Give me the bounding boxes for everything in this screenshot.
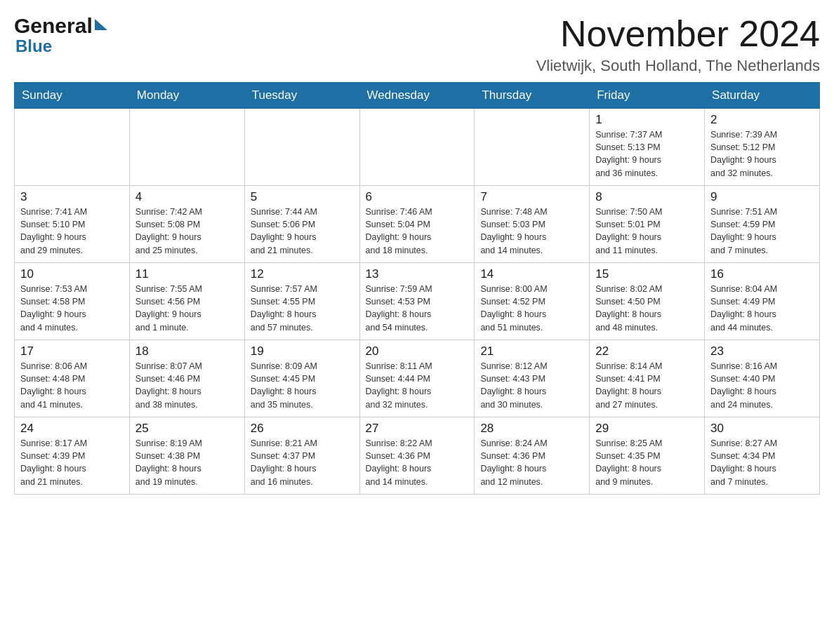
day-number: 22 — [595, 344, 699, 358]
day-info: Sunrise: 7:44 AMSunset: 5:06 PMDaylight:… — [251, 206, 354, 257]
day-number: 1 — [595, 113, 699, 127]
day-number: 26 — [251, 422, 354, 436]
day-info: Sunrise: 7:46 AMSunset: 5:04 PMDaylight:… — [366, 206, 469, 257]
day-info: Sunrise: 8:17 AMSunset: 4:39 PMDaylight:… — [20, 437, 124, 488]
day-number: 11 — [135, 267, 239, 281]
month-title: November 2024 — [536, 14, 820, 54]
day-number: 29 — [595, 422, 699, 436]
day-number: 16 — [710, 267, 814, 281]
day-number: 25 — [135, 422, 239, 436]
day-info: Sunrise: 7:55 AMSunset: 4:56 PMDaylight:… — [135, 283, 239, 334]
calendar-day: 17Sunrise: 8:06 AMSunset: 4:48 PMDayligh… — [15, 340, 130, 417]
day-info: Sunrise: 7:51 AMSunset: 4:59 PMDaylight:… — [710, 206, 814, 257]
calendar-day: 16Sunrise: 8:04 AMSunset: 4:49 PMDayligh… — [705, 263, 820, 340]
calendar-day: 8Sunrise: 7:50 AMSunset: 5:01 PMDaylight… — [590, 186, 705, 263]
day-number: 30 — [710, 422, 814, 436]
weekday-header-wednesday: Wednesday — [359, 83, 475, 109]
calendar-day: 29Sunrise: 8:25 AMSunset: 4:35 PMDayligh… — [590, 417, 705, 495]
day-number: 8 — [595, 190, 699, 204]
day-info: Sunrise: 7:37 AMSunset: 5:13 PMDaylight:… — [595, 128, 699, 180]
day-info: Sunrise: 7:50 AMSunset: 5:01 PMDaylight:… — [595, 206, 699, 257]
calendar-day: 2Sunrise: 7:39 AMSunset: 5:12 PMDaylight… — [705, 109, 820, 186]
calendar-day: 6Sunrise: 7:46 AMSunset: 5:04 PMDaylight… — [359, 186, 475, 263]
page-header: General Blue November 2024 Vlietwijk, So… — [14, 14, 820, 75]
title-block: November 2024 Vlietwijk, South Holland, … — [536, 14, 820, 75]
logo-blue-text: Blue — [15, 36, 52, 56]
day-number: 17 — [20, 344, 124, 358]
calendar-day: 23Sunrise: 8:16 AMSunset: 4:40 PMDayligh… — [705, 340, 820, 417]
calendar-day: 19Sunrise: 8:09 AMSunset: 4:45 PMDayligh… — [244, 340, 359, 417]
day-number: 19 — [251, 344, 354, 358]
day-info: Sunrise: 7:59 AMSunset: 4:53 PMDaylight:… — [366, 283, 469, 334]
day-info: Sunrise: 8:00 AMSunset: 4:52 PMDaylight:… — [480, 283, 583, 334]
calendar-week-1: 1Sunrise: 7:37 AMSunset: 5:13 PMDaylight… — [15, 109, 820, 186]
day-number: 14 — [480, 267, 583, 281]
day-info: Sunrise: 8:21 AMSunset: 4:37 PMDaylight:… — [251, 437, 354, 488]
day-number: 2 — [710, 113, 814, 127]
calendar-day: 24Sunrise: 8:17 AMSunset: 4:39 PMDayligh… — [15, 417, 130, 495]
weekday-header-row: SundayMondayTuesdayWednesdayThursdayFrid… — [15, 83, 820, 109]
day-number: 23 — [710, 344, 814, 358]
calendar-week-4: 17Sunrise: 8:06 AMSunset: 4:48 PMDayligh… — [15, 340, 820, 417]
calendar-day — [129, 109, 244, 186]
calendar-day: 27Sunrise: 8:22 AMSunset: 4:36 PMDayligh… — [359, 417, 475, 495]
day-info: Sunrise: 7:42 AMSunset: 5:08 PMDaylight:… — [135, 206, 239, 257]
calendar-day: 10Sunrise: 7:53 AMSunset: 4:58 PMDayligh… — [15, 263, 130, 340]
calendar-day: 20Sunrise: 8:11 AMSunset: 4:44 PMDayligh… — [359, 340, 475, 417]
calendar-day: 21Sunrise: 8:12 AMSunset: 4:43 PMDayligh… — [475, 340, 590, 417]
day-info: Sunrise: 7:39 AMSunset: 5:12 PMDaylight:… — [710, 128, 814, 180]
logo-arrow-icon — [95, 19, 107, 30]
day-number: 6 — [366, 190, 469, 204]
location-subtitle: Vlietwijk, South Holland, The Netherland… — [536, 57, 820, 75]
day-info: Sunrise: 8:19 AMSunset: 4:38 PMDaylight:… — [135, 437, 239, 488]
calendar-day: 4Sunrise: 7:42 AMSunset: 5:08 PMDaylight… — [129, 186, 244, 263]
day-info: Sunrise: 7:48 AMSunset: 5:03 PMDaylight:… — [480, 206, 583, 257]
calendar-day: 3Sunrise: 7:41 AMSunset: 5:10 PMDaylight… — [15, 186, 130, 263]
day-number: 18 — [135, 344, 239, 358]
calendar-week-5: 24Sunrise: 8:17 AMSunset: 4:39 PMDayligh… — [15, 417, 820, 495]
logo-general-text: General — [14, 14, 93, 38]
calendar-day — [475, 109, 590, 186]
day-info: Sunrise: 8:02 AMSunset: 4:50 PMDaylight:… — [595, 283, 699, 334]
calendar-day — [15, 109, 130, 186]
weekday-header-friday: Friday — [590, 83, 705, 109]
day-number: 9 — [710, 190, 814, 204]
day-number: 24 — [20, 422, 124, 436]
weekday-header-thursday: Thursday — [475, 83, 590, 109]
weekday-header-tuesday: Tuesday — [244, 83, 359, 109]
day-info: Sunrise: 7:53 AMSunset: 4:58 PMDaylight:… — [20, 283, 124, 334]
calendar-day: 22Sunrise: 8:14 AMSunset: 4:41 PMDayligh… — [590, 340, 705, 417]
day-number: 15 — [595, 267, 699, 281]
day-info: Sunrise: 8:14 AMSunset: 4:41 PMDaylight:… — [595, 360, 699, 411]
day-number: 3 — [20, 190, 124, 204]
calendar-day: 26Sunrise: 8:21 AMSunset: 4:37 PMDayligh… — [244, 417, 359, 495]
day-number: 20 — [366, 344, 469, 358]
calendar-day: 7Sunrise: 7:48 AMSunset: 5:03 PMDaylight… — [475, 186, 590, 263]
day-info: Sunrise: 8:04 AMSunset: 4:49 PMDaylight:… — [710, 283, 814, 334]
day-info: Sunrise: 8:22 AMSunset: 4:36 PMDaylight:… — [366, 437, 469, 488]
weekday-header-saturday: Saturday — [705, 83, 820, 109]
day-info: Sunrise: 8:06 AMSunset: 4:48 PMDaylight:… — [20, 360, 124, 411]
day-number: 7 — [480, 190, 583, 204]
weekday-header-monday: Monday — [129, 83, 244, 109]
calendar-day — [359, 109, 475, 186]
calendar-day: 28Sunrise: 8:24 AMSunset: 4:36 PMDayligh… — [475, 417, 590, 495]
day-number: 5 — [251, 190, 354, 204]
day-info: Sunrise: 8:09 AMSunset: 4:45 PMDaylight:… — [251, 360, 354, 411]
calendar-day: 15Sunrise: 8:02 AMSunset: 4:50 PMDayligh… — [590, 263, 705, 340]
day-number: 13 — [366, 267, 469, 281]
day-info: Sunrise: 7:57 AMSunset: 4:55 PMDaylight:… — [251, 283, 354, 334]
day-number: 28 — [480, 422, 583, 436]
day-info: Sunrise: 8:12 AMSunset: 4:43 PMDaylight:… — [480, 360, 583, 411]
calendar-day: 12Sunrise: 7:57 AMSunset: 4:55 PMDayligh… — [244, 263, 359, 340]
day-info: Sunrise: 8:11 AMSunset: 4:44 PMDaylight:… — [366, 360, 469, 411]
day-number: 10 — [20, 267, 124, 281]
calendar-day: 30Sunrise: 8:27 AMSunset: 4:34 PMDayligh… — [705, 417, 820, 495]
day-number: 12 — [251, 267, 354, 281]
day-number: 4 — [135, 190, 239, 204]
calendar-week-2: 3Sunrise: 7:41 AMSunset: 5:10 PMDaylight… — [15, 186, 820, 263]
day-info: Sunrise: 8:25 AMSunset: 4:35 PMDaylight:… — [595, 437, 699, 488]
day-info: Sunrise: 8:07 AMSunset: 4:46 PMDaylight:… — [135, 360, 239, 411]
calendar-day: 11Sunrise: 7:55 AMSunset: 4:56 PMDayligh… — [129, 263, 244, 340]
day-info: Sunrise: 8:24 AMSunset: 4:36 PMDaylight:… — [480, 437, 583, 488]
